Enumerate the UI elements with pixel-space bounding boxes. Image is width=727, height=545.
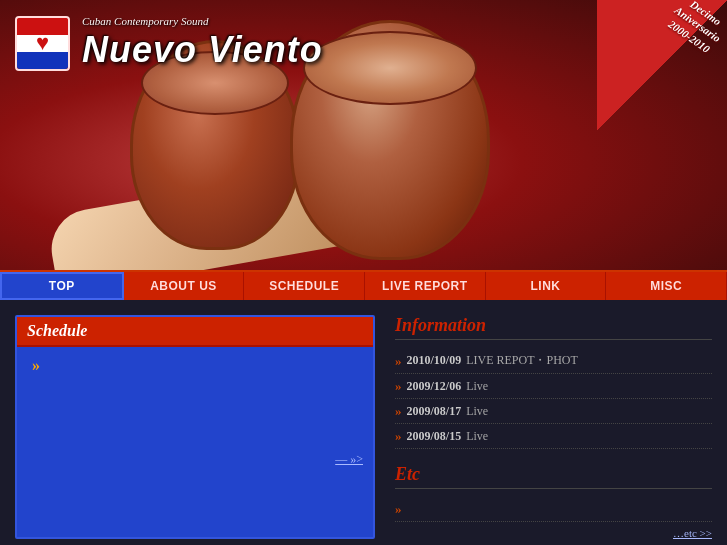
schedule-arrow[interactable]: » — [32, 357, 358, 375]
schedule-more-link[interactable]: — »> — [17, 447, 373, 472]
info-date-0: 2010/10/09 — [407, 353, 462, 368]
nav-label-about: About Us — [150, 279, 217, 293]
nav-label-top: Top — [49, 279, 75, 293]
info-item-0[interactable]: » 2010/10/09 LIVE REPOT・PHOT — [395, 348, 712, 374]
heart-icon: ♥ — [36, 30, 49, 56]
info-item-1[interactable]: » 2009/12/06 Live — [395, 374, 712, 399]
information-section: Information » 2010/10/09 LIVE REPOT・PHOT… — [395, 315, 712, 449]
info-label-3: Live — [466, 429, 488, 444]
nav-item-misc[interactable]: Misc — [606, 272, 727, 300]
info-label-1: Live — [466, 379, 488, 394]
nav-item-link[interactable]: Link — [486, 272, 607, 300]
info-arrow-3: » — [395, 428, 402, 444]
etc-item[interactable]: » — [395, 497, 712, 522]
badge-text: Decimo Aniversario 2000-2010 — [663, 0, 727, 57]
information-title: Information — [395, 315, 712, 340]
nav-item-top[interactable]: Top — [0, 272, 124, 300]
info-date-3: 2009/08/15 — [407, 429, 462, 444]
nav-label-live-report: Live Report — [382, 279, 468, 293]
logo-title: Nuevo Viento — [82, 29, 323, 71]
navigation: Top About Us Schedule Live Report Link M… — [0, 270, 727, 300]
drum-left — [130, 40, 300, 250]
info-date-2: 2009/08/17 — [407, 404, 462, 419]
logo-icon: ♥ — [15, 16, 70, 71]
schedule-header: Schedule — [17, 317, 373, 347]
schedule-content: » — [17, 347, 373, 447]
etc-more-link[interactable]: …etc >> — [395, 527, 712, 539]
info-arrow-0: » — [395, 353, 402, 369]
info-item-3[interactable]: » 2009/08/15 Live — [395, 424, 712, 449]
info-date-1: 2009/12/06 — [407, 379, 462, 394]
logo-text: Cuban Contemporary Sound Nuevo Viento — [82, 15, 323, 71]
schedule-box: Schedule » — »> — [15, 315, 375, 539]
info-arrow-1: » — [395, 378, 402, 394]
anniversary-badge: Decimo Aniversario 2000-2010 — [597, 0, 727, 130]
etc-section: Etc » …etc >> — [395, 464, 712, 539]
nav-item-schedule[interactable]: Schedule — [244, 272, 365, 300]
nav-label-schedule: Schedule — [269, 279, 339, 293]
main-content: Schedule » — »> Information » 2010/10/09… — [0, 300, 727, 545]
nav-item-live-report[interactable]: Live Report — [365, 272, 486, 300]
logo-area: ♥ Cuban Contemporary Sound Nuevo Viento — [15, 15, 323, 71]
info-label-2: Live — [466, 404, 488, 419]
etc-arrow: » — [395, 501, 402, 517]
info-arrow-2: » — [395, 403, 402, 419]
nav-label-misc: Misc — [650, 279, 682, 293]
nav-label-link: Link — [531, 279, 561, 293]
info-item-2[interactable]: » 2009/08/17 Live — [395, 399, 712, 424]
info-label-0: LIVE REPOT・PHOT — [466, 352, 578, 369]
logo-subtitle: Cuban Contemporary Sound — [82, 15, 323, 27]
nav-item-about[interactable]: About Us — [124, 272, 245, 300]
right-panel: Information » 2010/10/09 LIVE REPOT・PHOT… — [395, 315, 712, 539]
schedule-title: Schedule — [27, 322, 87, 339]
hero-section: ♥ Cuban Contemporary Sound Nuevo Viento … — [0, 0, 727, 270]
etc-title: Etc — [395, 464, 712, 489]
